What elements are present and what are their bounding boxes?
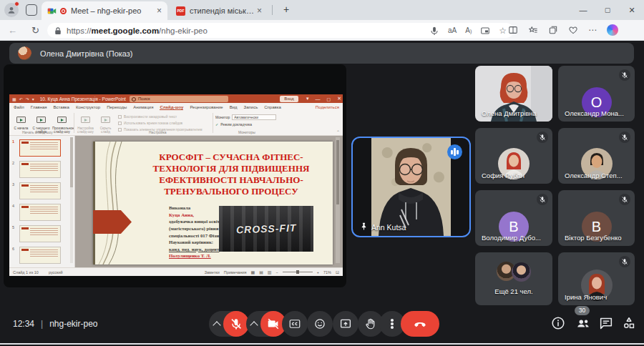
tab-close-icon[interactable]: × bbox=[257, 6, 262, 16]
view-normal-icon[interactable]: ▦ bbox=[251, 270, 255, 275]
camera-options-chevron-icon[interactable] bbox=[250, 321, 258, 329]
voice-search-icon[interactable] bbox=[429, 26, 439, 36]
tab-pdf[interactable]: PDF стипендія міської ради.PDF × bbox=[170, 1, 268, 20]
zoom-slider[interactable] bbox=[283, 272, 313, 272]
pinned-speaker-tile[interactable]: Ann Kutsa bbox=[351, 137, 471, 237]
participant-tile-stepanov[interactable]: Олександр Степ... bbox=[558, 128, 635, 184]
captions-button[interactable] bbox=[282, 311, 308, 337]
checkbox-play-narration[interactable]: Воспроизвести закадровый текст bbox=[118, 114, 203, 120]
favorites-hub-icon[interactable] bbox=[528, 25, 538, 35]
ppt-share-button[interactable]: Поделиться bbox=[316, 103, 339, 112]
slide-thumbnail-1[interactable]: 1 bbox=[12, 139, 61, 157]
mic-options-chevron-icon[interactable] bbox=[213, 321, 220, 329]
view-reading-icon[interactable]: ▥ bbox=[268, 270, 272, 275]
tab-meet[interactable]: Meet – nhg-ekir-peo × bbox=[42, 1, 167, 20]
person-icon bbox=[6, 5, 16, 15]
maximize-button[interactable]: ▢ bbox=[595, 0, 620, 20]
slide-thumbnail-4[interactable]: 4 bbox=[12, 204, 61, 221]
present-screen-button[interactable] bbox=[333, 311, 358, 337]
split-screen-icon[interactable] bbox=[508, 25, 518, 35]
notes-button[interactable]: Заметки bbox=[205, 270, 220, 275]
ppt-close-button[interactable]: ✕ bbox=[337, 96, 341, 102]
ppt-restore-button[interactable]: ▢ bbox=[326, 97, 331, 102]
ppt-tab-animations[interactable]: Анимация bbox=[133, 105, 153, 109]
minimize-button[interactable]: — bbox=[571, 0, 595, 20]
slide-thumbnail-5[interactable]: 5 bbox=[12, 225, 61, 242]
meet-stage: Олена Дмитрівна (Показ) ▦↶↷▾ 10. Куца Ан… bbox=[0, 41, 644, 345]
participant-tile-yanovych[interactable]: Ірина Янович bbox=[558, 252, 635, 305]
screen-share-tile[interactable]: ▦↶↷▾ 10. Куца Анна Презентація - PowerPo… bbox=[4, 64, 346, 287]
participant-tile-overflow[interactable]: Ещё 21 чел. bbox=[475, 252, 552, 305]
ppt-signin-button[interactable]: Вход bbox=[280, 96, 298, 102]
language-indicator[interactable]: русский bbox=[49, 270, 63, 275]
ppt-ribbon-options-icon[interactable]: ▾ bbox=[306, 96, 309, 102]
refresh-button[interactable]: ↻ bbox=[29, 24, 42, 37]
show-everyone-button[interactable] bbox=[575, 315, 591, 331]
participant-name: Олена Дмитрівна bbox=[482, 109, 537, 117]
settings-more-icon[interactable]: ⋯ bbox=[588, 25, 597, 35]
slide-thumbnail-6[interactable]: 6 bbox=[12, 247, 61, 264]
back-button[interactable]: ← bbox=[6, 24, 19, 37]
comments-button[interactable]: Примечания bbox=[224, 270, 247, 275]
ppt-tab-review[interactable]: Рецензирование bbox=[190, 105, 223, 109]
slide-scrollbar[interactable] bbox=[336, 137, 340, 263]
collections-icon[interactable] bbox=[548, 25, 558, 35]
participant-tile-monastyrskyi[interactable]: О Олександр Мона... bbox=[558, 66, 635, 122]
monitor-label: Монитор bbox=[215, 115, 230, 119]
slideshow-from-start-button[interactable]: С начала bbox=[11, 113, 31, 130]
ppt-tab-file[interactable]: Файл bbox=[14, 105, 24, 109]
checkbox-use-timings[interactable]: Использовать время показа слайдов bbox=[118, 120, 203, 127]
translate-icon[interactable]: aA bbox=[448, 26, 457, 34]
ppt-tab-design[interactable]: Конструктор bbox=[76, 105, 100, 109]
ppt-tab-transitions[interactable]: Переходы bbox=[107, 105, 127, 109]
quick-access-toolbar[interactable]: ▦↶↷▾ bbox=[12, 97, 34, 102]
ppt-minimize-button[interactable]: — bbox=[315, 97, 320, 102]
custom-slideshow-button[interactable]: Произвольное слайд-шоу bbox=[52, 113, 72, 134]
clock-time: 12:34 bbox=[13, 319, 34, 329]
ppt-tab-record[interactable]: Запись bbox=[244, 105, 258, 109]
copilot-icon[interactable] bbox=[607, 24, 618, 36]
meeting-details-button[interactable] bbox=[550, 315, 566, 331]
ppt-tab-view[interactable]: Вид bbox=[230, 105, 238, 109]
chat-button[interactable] bbox=[598, 315, 614, 331]
mic-muted-button[interactable] bbox=[223, 311, 249, 337]
setup-slideshow-button[interactable]: Настройка слайд-шоу bbox=[76, 113, 95, 134]
fit-slide-icon[interactable]: ⊡ bbox=[336, 270, 339, 275]
reactions-button[interactable] bbox=[307, 311, 333, 337]
slide-canvas: КРОСФІТ – СУЧАСНА ФІТНЕС-ТЕХНОЛОГІЯ ДЛЯ … bbox=[93, 142, 333, 265]
participant-tile-bezgubenko[interactable]: В Віктор Безгубенко bbox=[558, 190, 635, 246]
ppt-tab-home[interactable]: Главная bbox=[31, 105, 47, 109]
monitor-dropdown[interactable]: Автоматически bbox=[232, 114, 276, 120]
slide-thumbnail-2[interactable]: 2 bbox=[12, 161, 61, 178]
tab-actions-icon[interactable] bbox=[26, 4, 37, 16]
leave-call-button[interactable] bbox=[401, 311, 439, 337]
ppt-tab-slideshow[interactable]: Слайд-шоу bbox=[160, 105, 183, 110]
browser-essentials-icon[interactable] bbox=[568, 25, 578, 35]
ppt-tab-insert[interactable]: Вставка bbox=[54, 105, 69, 109]
zoom-out-button[interactable]: − bbox=[276, 270, 278, 275]
thumbnail-scrollbar[interactable] bbox=[70, 137, 73, 263]
zoom-level[interactable]: 71% bbox=[323, 270, 331, 275]
tab-close-icon[interactable]: × bbox=[157, 6, 162, 16]
mic-off-icon bbox=[619, 69, 630, 81]
picture-in-picture-icon[interactable] bbox=[480, 26, 490, 36]
participant-tile-ruban[interactable]: София Рубан bbox=[475, 128, 552, 184]
slide-thumbnail-3[interactable]: 3 bbox=[12, 182, 61, 199]
activities-button[interactable] bbox=[621, 315, 637, 331]
collapse-ribbon-icon[interactable]: ⌃ bbox=[336, 129, 340, 134]
presenter-mode-checkbox[interactable]: ✓Режим докладчика bbox=[215, 121, 276, 128]
close-window-button[interactable]: ✕ bbox=[620, 0, 644, 20]
read-aloud-icon[interactable]: A) bbox=[465, 26, 472, 34]
profile-avatar[interactable] bbox=[4, 3, 19, 17]
participant-tile-dubovyk[interactable]: В Володимир Дубо... bbox=[475, 190, 552, 246]
ppt-search-box[interactable]: Поиск bbox=[130, 96, 228, 102]
new-tab-button[interactable]: + bbox=[279, 3, 293, 17]
participant-tile-olena[interactable]: Олена Дмитрівна bbox=[475, 66, 552, 122]
view-sorter-icon[interactable]: ▤ bbox=[259, 270, 263, 275]
favorite-star-icon[interactable]: ☆ bbox=[499, 26, 507, 36]
address-bar[interactable]: https://meet.google.com/nhg-ekir-peo aA … bbox=[47, 23, 514, 38]
zoom-in-button[interactable]: + bbox=[317, 270, 319, 275]
ppt-tab-help[interactable]: Справка bbox=[264, 105, 281, 109]
hide-slide-button[interactable]: Скрыть слайд bbox=[96, 113, 115, 134]
slide-thumbnail-panel[interactable]: 1 2 3 4 5 6 bbox=[9, 136, 75, 267]
